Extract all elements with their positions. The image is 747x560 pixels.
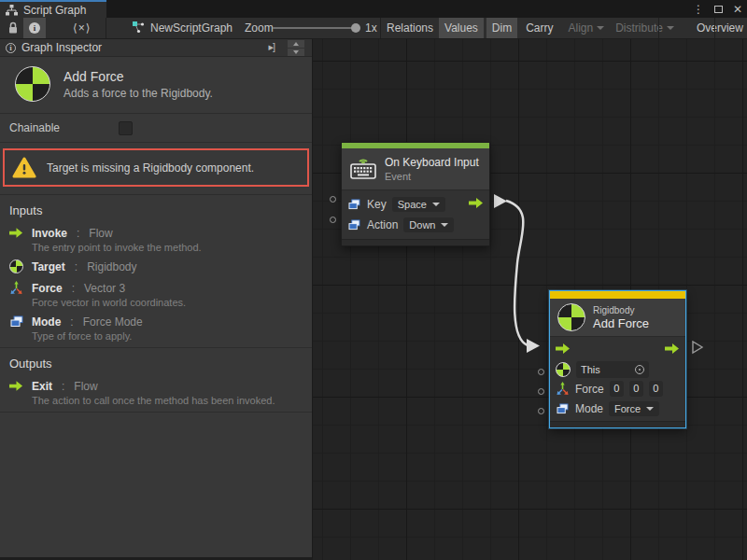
wire-end-arrow <box>527 339 540 353</box>
on-keyboard-input-node[interactable]: On Keyboard Input Event Key Space <box>341 142 490 246</box>
port-description: Type of force to apply. <box>32 330 312 342</box>
zoom-label: Zoom <box>245 18 274 38</box>
force-input-port[interactable] <box>538 388 544 395</box>
rigidbody-icon <box>556 362 571 377</box>
chevron-down-icon <box>646 407 654 411</box>
force-y-field[interactable]: 0 <box>629 381 643 397</box>
lock-icon[interactable] <box>7 18 19 38</box>
warning-box: Target is missing a Rigidbody component. <box>3 148 309 187</box>
rigidbody-icon <box>9 259 23 273</box>
info-icon: i <box>29 22 40 34</box>
dim-button[interactable]: Dim <box>486 18 517 38</box>
warning-text: Target is missing a Rigidbody component. <box>47 161 254 175</box>
window-close-icon[interactable]: ✕ <box>733 3 742 16</box>
flow-arrow-icon <box>9 226 23 240</box>
exit-output-port[interactable] <box>665 343 680 357</box>
key-dropdown[interactable]: Space <box>392 197 445 212</box>
window-menu-icon[interactable]: ⋮ <box>693 3 704 16</box>
chevron-down-icon <box>432 203 440 206</box>
code-icon: ⟨×⟩ <box>73 21 91 35</box>
warning-icon <box>12 157 36 178</box>
port-description: The entry point to invoke the method. <box>32 242 312 253</box>
object-picker-icon[interactable] <box>635 365 644 374</box>
chevron-down-icon <box>597 26 604 30</box>
graph-canvas[interactable]: On Keyboard Input Event Key Space <box>313 39 747 560</box>
port-row-mode: Mode : Force Mode <box>0 312 312 329</box>
info-toggle-button[interactable]: i <box>23 18 46 38</box>
unit-header: Add Force Adds a force to the Rigidbody. <box>0 57 312 114</box>
code-view-button[interactable]: ⟨×⟩ <box>67 18 96 38</box>
window-maximize-icon[interactable] <box>714 6 723 13</box>
overview-button[interactable]: Overview <box>691 18 747 38</box>
mode-dropdown[interactable]: Force <box>609 401 659 416</box>
chevron-down-icon <box>667 26 674 30</box>
chainable-checkbox[interactable] <box>119 121 133 135</box>
mode-input-port[interactable] <box>538 408 544 414</box>
carry-button[interactable]: Carry <box>520 18 558 38</box>
trigger-output-port[interactable] <box>469 198 484 211</box>
enum-icon <box>347 198 361 212</box>
graph-asset-icon <box>132 21 145 36</box>
rigidbody-icon <box>557 303 585 331</box>
zoom-slider[interactable] <box>273 18 359 38</box>
flow-arrow-icon <box>9 379 23 393</box>
keyboard-icon <box>349 154 377 184</box>
target-input-port[interactable] <box>538 369 544 375</box>
graph-inspector-header: i Graph Inspector ▸] <box>0 39 312 57</box>
exit-wire-stub-icon[interactable] <box>692 341 704 355</box>
dock-panel-icon[interactable]: ▸] <box>268 41 275 53</box>
warning-color-bar <box>550 291 685 299</box>
distribute-dropdown[interactable]: Distribute <box>610 18 680 38</box>
port-row-invoke: Invoke : Flow <box>0 223 312 241</box>
info-icon: i <box>6 43 16 53</box>
rigidbody-icon <box>15 66 50 102</box>
port-description: Force vector in world coordinates. <box>32 297 312 308</box>
mode-label: Mode <box>575 402 603 415</box>
port-row-force: Force : Vector 3 <box>0 278 312 296</box>
key-label: Key <box>367 198 387 211</box>
action-input-port[interactable] <box>330 217 336 223</box>
values-button[interactable]: Values <box>439 18 484 38</box>
enum-icon <box>556 401 570 415</box>
tab-script-graph[interactable]: Script Graph <box>0 0 106 18</box>
force-x-field[interactable]: 0 <box>610 381 624 397</box>
align-dropdown[interactable]: Align <box>563 18 611 38</box>
zoom-slider-track[interactable] <box>273 27 359 29</box>
force-label: Force <box>575 383 604 396</box>
chainable-row: Chainable <box>0 114 312 143</box>
script-graph-icon <box>5 3 19 17</box>
invoke-input-port[interactable] <box>556 343 571 357</box>
inputs-header: Inputs <box>0 195 312 223</box>
chainable-label: Chainable <box>9 121 60 134</box>
unit-description: Adds a force to the Rigidbody. <box>63 87 213 100</box>
port-row-target: Target : Rigidbody <box>0 257 312 274</box>
port-description: The action to call once the method has b… <box>32 395 312 406</box>
outputs-header: Outputs <box>0 348 312 376</box>
wire-start-arrow <box>494 194 507 208</box>
tab-title: Script Graph <box>23 4 86 17</box>
event-node-title: On Keyboard Input <box>385 156 479 169</box>
scrub-down-button[interactable] <box>288 49 304 56</box>
port-row-exit: Exit : Flow <box>0 376 312 394</box>
action-node-group: Rigidbody <box>593 305 649 315</box>
panel-title: Graph Inspector <box>21 41 102 54</box>
unit-title: Add Force <box>63 69 213 84</box>
vector3-icon <box>556 382 570 396</box>
zoom-slider-handle[interactable] <box>351 23 360 33</box>
add-force-node[interactable]: Rigidbody Add Force This <box>549 290 686 428</box>
graph-name-group[interactable]: NewScriptGraph <box>132 18 233 38</box>
target-object-field[interactable]: This <box>576 361 649 378</box>
relations-button[interactable]: Relations <box>381 18 439 38</box>
action-node-title: Add Force <box>593 316 649 330</box>
force-z-field[interactable]: 0 <box>649 381 663 397</box>
key-input-port[interactable] <box>330 196 336 203</box>
vector3-icon <box>9 281 23 295</box>
graph-inspector-panel: i Graph Inspector ▸] Add Force Adds a fo… <box>0 39 313 560</box>
enum-icon <box>9 315 23 329</box>
graph-name-label: NewScriptGraph <box>150 21 233 35</box>
event-node-subtitle: Event <box>385 171 479 182</box>
scrub-up-button[interactable] <box>288 40 304 48</box>
tab-bar: Script Graph ⋮ ✕ <box>0 0 747 18</box>
action-dropdown[interactable]: Down <box>403 217 454 232</box>
chevron-down-icon <box>441 223 448 227</box>
